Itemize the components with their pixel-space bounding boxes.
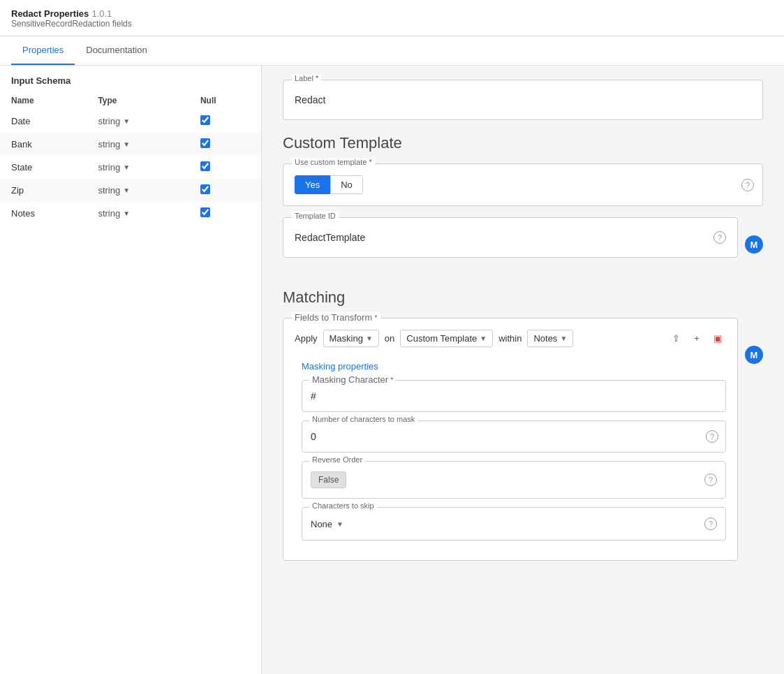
- template-id-help[interactable]: ?: [713, 231, 726, 244]
- schema-null[interactable]: [189, 133, 261, 156]
- chars-to-skip-group: Characters to skip None ▼ ?: [302, 507, 726, 541]
- template-id-label: Template ID: [292, 212, 339, 220]
- schema-type: string ▼: [87, 156, 189, 179]
- type-dropdown-arrow[interactable]: ▼: [123, 117, 130, 125]
- schema-type: string ▼: [87, 179, 189, 202]
- custom-template-title: Custom Template: [283, 134, 763, 152]
- schema-null[interactable]: [189, 202, 261, 225]
- chars-to-skip-arrow[interactable]: ▼: [336, 520, 343, 528]
- masking-select[interactable]: Masking ▼: [323, 330, 379, 347]
- masking-props-title: Masking properties: [302, 361, 726, 372]
- table-row: Notes string ▼: [0, 202, 261, 225]
- use-custom-template-label: Use custom template: [292, 158, 375, 166]
- table-row: Date string ▼: [0, 110, 261, 133]
- masking-character-group: Masking Character *: [302, 380, 726, 412]
- fields-to-transform-label: Fields to Transform *: [292, 312, 380, 323]
- left-panel: Input Schema Name Type Null Date string …: [0, 66, 262, 674]
- right-panel: Label Custom Template Use custom templat…: [262, 66, 784, 674]
- num-chars-group: Number of characters to mask ?: [302, 420, 726, 453]
- schema-name: Zip: [0, 179, 87, 202]
- chars-to-skip-help[interactable]: ?: [704, 518, 717, 530]
- table-row: Bank string ▼: [0, 133, 261, 156]
- schema-type: string ▼: [87, 202, 189, 225]
- table-row: State string ▼: [0, 156, 261, 179]
- on-label: on: [385, 333, 394, 344]
- template-id-group: Template ID ?: [283, 217, 738, 258]
- matching-section: Matching Fields to Transform * Apply Mas…: [283, 288, 763, 561]
- num-chars-input[interactable]: [311, 431, 717, 442]
- chars-to-skip-value: None: [311, 519, 332, 529]
- schema-name: Date: [0, 110, 87, 133]
- schema-type: string ▼: [87, 110, 189, 133]
- col-type: Type: [87, 91, 189, 110]
- row-up-button[interactable]: ⇧: [667, 330, 684, 347]
- notes-select[interactable]: Notes ▼: [527, 330, 573, 347]
- tabs-bar: Properties Documentation: [0, 36, 784, 66]
- table-row: Zip string ▼: [0, 179, 261, 202]
- schema-table: Name Type Null Date string ▼ Bank string…: [0, 91, 261, 225]
- masking-character-label: Masking Character *: [309, 374, 396, 385]
- null-checkbox[interactable]: [200, 161, 210, 171]
- reverse-order-group: Reverse Order False ?: [302, 461, 726, 499]
- transform-row: Apply Masking ▼ on Custom Template ▼ wit…: [295, 330, 726, 347]
- app-subtitle: SensitiveRecordRedaction fields: [11, 19, 773, 29]
- masking-properties: Masking properties Masking Character * N…: [295, 354, 726, 541]
- reverse-order-help[interactable]: ?: [704, 474, 717, 486]
- matching-title: Matching: [283, 288, 763, 307]
- chars-to-skip-label: Characters to skip: [309, 501, 377, 510]
- row-add-button[interactable]: +: [688, 330, 705, 347]
- schema-null[interactable]: [189, 179, 261, 202]
- matching-m-badge: M: [745, 346, 763, 364]
- false-toggle-btn[interactable]: False: [311, 471, 346, 488]
- template-id-input[interactable]: [295, 229, 708, 246]
- null-checkbox[interactable]: [200, 138, 210, 148]
- use-custom-template-group: Use custom template Yes No ?: [283, 163, 763, 206]
- label-field-group: Label: [283, 80, 763, 120]
- apply-label: Apply: [295, 333, 318, 344]
- custom-template-select[interactable]: Custom Template ▼: [400, 330, 493, 347]
- col-null: Null: [189, 91, 261, 110]
- row-delete-button[interactable]: ▣: [709, 330, 726, 347]
- app-header: Redact Properties 1.0.1 SensitiveRecordR…: [0, 0, 784, 36]
- custom-template-section: Custom Template Use custom template Yes …: [283, 134, 763, 272]
- schema-type: string ▼: [87, 133, 189, 156]
- type-dropdown-arrow[interactable]: ▼: [123, 186, 130, 194]
- label-input[interactable]: [295, 91, 751, 108]
- null-checkbox[interactable]: [200, 115, 210, 125]
- num-chars-help[interactable]: ?: [706, 430, 718, 443]
- schema-name: Bank: [0, 133, 87, 156]
- template-id-m-badge: M: [745, 235, 763, 254]
- num-chars-label: Number of characters to mask: [309, 415, 417, 423]
- use-custom-template-help[interactable]: ?: [741, 179, 754, 191]
- schema-null[interactable]: [189, 110, 261, 133]
- schema-name: Notes: [0, 202, 87, 225]
- input-schema-title: Input Schema: [0, 66, 261, 91]
- type-dropdown-arrow[interactable]: ▼: [123, 163, 130, 171]
- tab-properties[interactable]: Properties: [11, 36, 75, 65]
- toggle-no[interactable]: No: [330, 175, 363, 194]
- type-dropdown-arrow[interactable]: ▼: [123, 210, 130, 217]
- tab-documentation[interactable]: Documentation: [75, 36, 158, 65]
- null-checkbox[interactable]: [200, 184, 210, 194]
- schema-name: State: [0, 156, 87, 179]
- schema-null[interactable]: [189, 156, 261, 179]
- reverse-order-label: Reverse Order: [309, 455, 365, 464]
- label-field-label: Label: [292, 74, 321, 82]
- type-dropdown-arrow[interactable]: ▼: [123, 140, 130, 148]
- col-name: Name: [0, 91, 87, 110]
- null-checkbox[interactable]: [200, 207, 210, 217]
- within-label: within: [498, 333, 522, 344]
- masking-character-input[interactable]: [311, 390, 717, 402]
- toggle-yes[interactable]: Yes: [295, 175, 330, 194]
- fields-to-transform-box: Fields to Transform * Apply Masking ▼ on…: [283, 318, 738, 561]
- app-title: Redact Properties 1.0.1: [11, 7, 112, 19]
